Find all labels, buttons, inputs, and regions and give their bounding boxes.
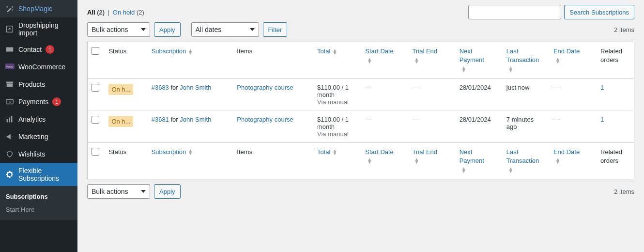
sidebar-item-flexible-subscriptions[interactable]: Flexible Subscriptions <box>0 163 77 186</box>
sort-icon <box>461 66 466 72</box>
filter-onhold[interactable]: On hold (2) <box>113 9 144 16</box>
sidebar-item-label: WooCommerce <box>18 63 65 71</box>
customer-link[interactable]: John Smith <box>180 84 211 91</box>
sidebar-item-wishlists[interactable]: Wishlists <box>0 145 77 163</box>
mail-icon <box>5 45 15 54</box>
start-date-value: — <box>361 110 408 142</box>
col-last-transaction[interactable]: Last Transaction <box>503 142 550 179</box>
col-start-date[interactable]: Start Date <box>361 142 408 179</box>
money-icon: $ <box>5 97 15 107</box>
trial-end-value: — <box>408 79 455 110</box>
svg-rect-7 <box>11 116 13 123</box>
sidebar-item-label: Contact <box>18 46 42 53</box>
sort-icon <box>555 58 560 63</box>
select-all-checkbox-footer[interactable] <box>92 148 99 156</box>
end-date-value: — <box>550 79 597 110</box>
status-filter-links: All (2) | On hold (2) <box>87 9 144 16</box>
payment-via: Via manual <box>317 130 349 138</box>
col-trial-end[interactable]: Trial End <box>408 42 455 79</box>
col-trial-end[interactable]: Trial End <box>408 142 455 179</box>
select-all-checkbox[interactable] <box>92 47 99 55</box>
status-badge: On h... <box>108 84 133 95</box>
svg-rect-6 <box>9 117 10 122</box>
export-icon <box>5 24 15 34</box>
total-value: $110.00 / 1 month <box>317 116 349 130</box>
col-subscription[interactable]: Subscription <box>148 142 233 179</box>
col-status: Status <box>105 142 147 179</box>
sidebar-item-analytics[interactable]: Analytics <box>0 110 77 128</box>
row-checkbox[interactable] <box>92 84 99 92</box>
sort-icon <box>461 167 466 173</box>
admin-sidebar: ShopMagic Dropshipping import Contact 1 … <box>0 0 77 252</box>
filter-button[interactable]: Filter <box>263 22 288 37</box>
apply-button-bottom[interactable]: Apply <box>154 184 181 199</box>
col-related: Related orders <box>597 142 634 179</box>
subscription-id-link[interactable]: #3681 <box>152 116 169 123</box>
heart-icon <box>5 149 15 159</box>
col-end-date[interactable]: End Date <box>550 142 597 179</box>
submenu-subscriptions[interactable]: Subscriptions <box>0 190 77 203</box>
search-input[interactable] <box>468 5 561 19</box>
sort-icon <box>188 49 193 55</box>
col-next-payment[interactable]: Next Payment <box>456 42 503 79</box>
related-orders-link[interactable]: 1 <box>600 84 604 91</box>
col-total[interactable]: Total <box>313 42 361 79</box>
payment-via: Via manual <box>317 98 349 106</box>
bulk-actions-select[interactable]: Bulk actions <box>87 22 150 37</box>
bulk-actions-select-bottom[interactable]: Bulk actions <box>87 184 150 199</box>
start-date-value: — <box>361 79 408 110</box>
sort-icon <box>555 158 560 164</box>
sidebar-item-label: Marketing <box>18 133 48 141</box>
col-total[interactable]: Total <box>313 142 361 179</box>
item-link[interactable]: Photography course <box>237 116 293 123</box>
main-content: All (2) | On hold (2) Search Subscriptio… <box>77 0 644 252</box>
sidebar-item-label: Dropshipping import <box>18 21 73 37</box>
col-subscription[interactable]: Subscription <box>148 42 233 79</box>
col-next-payment[interactable]: Next Payment <box>456 142 503 179</box>
submenu-start-here[interactable]: Start Here <box>0 203 77 216</box>
apply-button[interactable]: Apply <box>154 22 181 37</box>
next-payment-value: 28/01/2024 <box>456 110 503 142</box>
subscription-id-link[interactable]: #3683 <box>152 84 169 91</box>
next-payment-value: 28/01/2024 <box>456 79 503 110</box>
notification-badge: 1 <box>46 45 54 54</box>
related-orders-link[interactable]: 1 <box>600 116 604 123</box>
sidebar-item-contact[interactable]: Contact 1 <box>0 41 77 58</box>
end-date-value: — <box>550 110 597 142</box>
svg-rect-5 <box>7 119 8 122</box>
trial-end-value: — <box>408 110 455 142</box>
sidebar-item-woocommerce[interactable]: woo WooCommerce <box>0 58 77 76</box>
filter-all[interactable]: All (2) <box>87 9 105 16</box>
sidebar-item-label: Analytics <box>18 115 46 123</box>
search-button[interactable]: Search Subscriptions <box>564 5 634 19</box>
item-link[interactable]: Photography course <box>237 84 293 91</box>
sort-icon <box>367 58 372 63</box>
sidebar-item-products[interactable]: Products <box>0 76 77 93</box>
customer-link[interactable]: John Smith <box>180 116 211 123</box>
sort-icon <box>508 66 513 72</box>
woo-icon: woo <box>5 62 15 72</box>
sidebar-item-dropshipping[interactable]: Dropshipping import <box>0 17 77 41</box>
sidebar-item-shopmagic[interactable]: ShopMagic <box>0 0 77 17</box>
sort-icon <box>188 149 193 155</box>
col-start-date[interactable]: Start Date <box>361 42 408 79</box>
status-badge: On h... <box>108 116 133 127</box>
sidebar-item-payments[interactable]: $ Payments 1 <box>0 93 77 110</box>
gear-icon <box>5 170 15 179</box>
row-checkbox[interactable] <box>92 116 99 124</box>
sort-icon <box>332 49 337 55</box>
sidebar-item-label: Products <box>18 80 45 88</box>
svg-text:woo: woo <box>6 65 13 68</box>
sort-icon <box>332 149 337 155</box>
sort-icon <box>414 58 419 63</box>
col-items: Items <box>233 142 313 179</box>
dates-select[interactable]: All dates <box>191 22 259 37</box>
sidebar-item-label: ShopMagic <box>18 5 52 13</box>
sidebar-item-marketing[interactable]: Marketing <box>0 128 77 145</box>
notification-badge: 1 <box>52 97 61 106</box>
col-related: Related orders <box>597 42 634 79</box>
megaphone-icon <box>5 132 15 142</box>
col-end-date[interactable]: End Date <box>550 42 597 79</box>
sidebar-submenu: Subscriptions Start Here <box>0 186 77 220</box>
col-last-transaction[interactable]: Last Transaction <box>503 42 550 79</box>
